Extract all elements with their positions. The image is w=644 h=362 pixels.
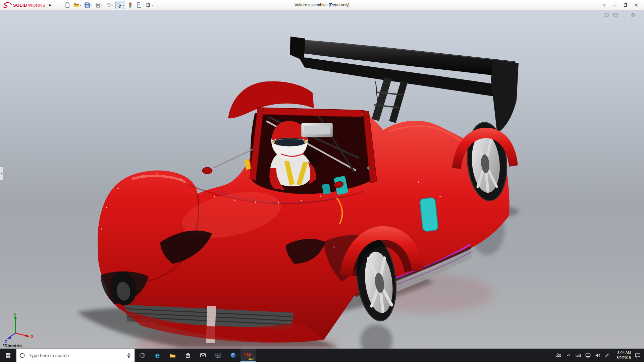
solidworks-2017-icon: S W 2017 xyxy=(243,351,253,359)
close-icon xyxy=(634,3,638,7)
microphone-icon[interactable] xyxy=(126,352,132,358)
touch-keyboard-button[interactable] xyxy=(573,349,583,362)
options-button[interactable]: ▾ xyxy=(144,1,154,9)
clock-time: 8:04 AM xyxy=(618,350,631,355)
app-icon-solidworks[interactable]: S W 2017 xyxy=(240,349,256,362)
task-view-button[interactable] xyxy=(135,349,150,362)
maximize-restore-button[interactable] xyxy=(621,1,631,9)
x-axis-arrow xyxy=(25,335,30,338)
app-icon-blue-sphere[interactable] xyxy=(225,349,240,362)
taskbar-search-box[interactable] xyxy=(16,349,135,362)
side-mirror-left xyxy=(202,167,212,174)
open-icon xyxy=(73,2,79,8)
rearview-mirror-glass xyxy=(304,126,330,134)
volume-button[interactable] xyxy=(593,349,602,362)
display-button[interactable] xyxy=(583,349,593,362)
print-button[interactable]: ▾ xyxy=(94,1,104,9)
action-center-button[interactable] xyxy=(633,349,643,362)
file-properties-icon xyxy=(136,2,142,8)
system-tray: 8:04 AM 8/2/2018 xyxy=(554,349,644,362)
doc-restore-button[interactable] xyxy=(631,12,636,17)
doc-split-horizontal-button[interactable] xyxy=(613,12,618,17)
triad-y-label: Y xyxy=(13,313,16,317)
close-button[interactable] xyxy=(631,1,641,9)
taskbar-clock[interactable]: 8:04 AM 8/2/2018 xyxy=(612,349,633,362)
doc-split-vertical-icon xyxy=(604,12,609,17)
display-icon xyxy=(585,352,591,358)
doc-restore-icon xyxy=(631,12,636,17)
file-properties-button[interactable] xyxy=(135,1,143,9)
pen-icon xyxy=(604,353,610,358)
taskbar: e xyxy=(0,349,644,362)
chevron-up-icon xyxy=(566,353,571,358)
new-document-button[interactable] xyxy=(63,1,71,9)
solidworks-logo-icon xyxy=(3,2,12,8)
quick-access-toolbar: ▾ ▾ ▾ ▾ ▾ xyxy=(63,1,154,9)
cockpit[interactable] xyxy=(202,108,377,195)
open-button[interactable]: ▾ xyxy=(72,1,82,9)
pen-button[interactable] xyxy=(602,349,612,362)
app-icon-store[interactable] xyxy=(180,349,195,362)
brand-works-text: WORKS xyxy=(28,3,46,8)
window-title: Voiture assemblee [Read-only] xyxy=(294,3,349,7)
undo-button[interactable]: ▾ xyxy=(105,1,114,9)
action-center-icon xyxy=(635,352,641,359)
dropdown-caret-icon[interactable]: ▾ xyxy=(101,4,103,7)
app-icon-edge[interactable]: e xyxy=(150,349,165,362)
app-icon-command-prompt[interactable] xyxy=(210,349,225,362)
featuremanager-flyout-tab[interactable] xyxy=(0,167,3,180)
search-input[interactable] xyxy=(28,353,123,358)
edge-icon: e xyxy=(155,351,160,360)
keyboard-icon xyxy=(575,352,581,358)
doc-split-vertical-button[interactable] xyxy=(604,12,609,17)
store-icon xyxy=(184,352,191,359)
doc-split-horizontal-icon xyxy=(613,12,618,17)
undo-icon xyxy=(106,2,112,8)
dropdown-caret-icon[interactable]: ▾ xyxy=(91,4,92,7)
minimize-button[interactable] xyxy=(610,1,620,9)
new-document-icon xyxy=(64,2,70,8)
triad-x-label: X xyxy=(31,334,34,339)
blue-sphere-icon xyxy=(230,352,236,359)
menu-flyout-arrow[interactable]: ▶ xyxy=(48,2,53,8)
desktop: { "titlebar": { "brand_solid": "SOLID", … xyxy=(0,0,644,362)
triad-z-label: Z xyxy=(5,340,7,343)
command-prompt-icon xyxy=(215,352,221,359)
brand-solid-text: SOLID xyxy=(13,3,27,8)
app-icon-mail[interactable] xyxy=(195,349,210,362)
print-icon xyxy=(95,2,101,8)
start-button[interactable] xyxy=(0,349,16,362)
file-explorer-icon xyxy=(169,352,176,359)
volume-icon xyxy=(595,352,601,358)
rebuild-icon xyxy=(127,2,133,8)
car-model-render[interactable] xyxy=(0,10,644,349)
minimize-icon xyxy=(613,3,617,7)
hidden-icons-button[interactable] xyxy=(564,349,573,362)
document-window-controls xyxy=(604,12,636,17)
rebuild-button[interactable] xyxy=(126,1,134,9)
mail-icon xyxy=(200,352,206,359)
cortana-icon xyxy=(19,352,25,359)
titlebar: SOLIDWORKS ▶ ▾ ▾ xyxy=(0,0,644,10)
people-icon xyxy=(555,352,562,359)
save-button[interactable]: ▾ xyxy=(83,1,93,9)
app-icon-file-explorer[interactable] xyxy=(165,349,180,362)
dropdown-caret-icon[interactable]: ▾ xyxy=(112,4,113,7)
windows-logo-icon xyxy=(5,352,11,358)
select-arrow-icon xyxy=(116,2,122,8)
options-gear-icon xyxy=(145,2,151,8)
select-tool-button[interactable]: ▾ xyxy=(115,1,125,9)
graphics-viewport[interactable]: Y X Z *Dimetric xyxy=(0,10,644,349)
people-button[interactable] xyxy=(554,349,564,362)
doc-minimize-button[interactable] xyxy=(622,12,627,17)
help-button[interactable]: ? xyxy=(599,1,609,9)
clock-date: 8/2/2018 xyxy=(616,355,631,360)
dropdown-caret-icon[interactable]: ▾ xyxy=(80,4,81,7)
task-view-icon xyxy=(139,352,146,359)
save-icon xyxy=(84,2,90,8)
orientation-triad: Y X Z xyxy=(4,312,36,343)
doc-minimize-icon xyxy=(622,12,627,17)
solidworks-brand: SOLIDWORKS xyxy=(0,2,46,8)
dropdown-caret-icon[interactable]: ▾ xyxy=(152,4,153,7)
dropdown-caret-icon[interactable]: ▾ xyxy=(123,4,124,7)
